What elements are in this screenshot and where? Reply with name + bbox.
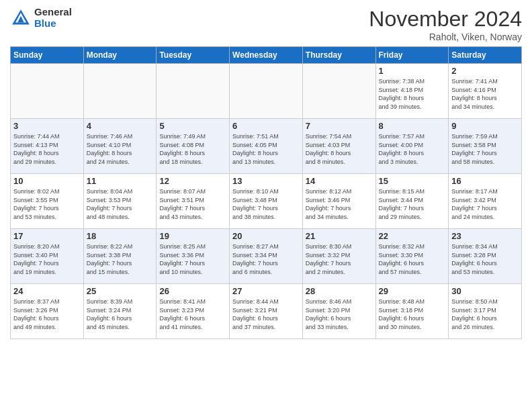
calendar-day-cell: 5Sunrise: 7:49 AM Sunset: 4:08 PM Daylig… bbox=[157, 119, 230, 174]
calendar-week-row: 17Sunrise: 8:20 AM Sunset: 3:40 PM Dayli… bbox=[11, 229, 522, 284]
day-number: 29 bbox=[379, 286, 446, 296]
day-info: Sunrise: 8:17 AM Sunset: 3:42 PM Dayligh… bbox=[451, 187, 519, 221]
calendar-day-cell: 11Sunrise: 8:04 AM Sunset: 3:53 PM Dayli… bbox=[83, 174, 157, 229]
day-info: Sunrise: 8:41 AM Sunset: 3:23 PM Dayligh… bbox=[159, 298, 226, 331]
calendar-day-cell: 29Sunrise: 8:48 AM Sunset: 3:18 PM Dayli… bbox=[375, 284, 449, 339]
day-info: Sunrise: 7:49 AM Sunset: 4:08 PM Dayligh… bbox=[159, 132, 226, 166]
calendar-day-cell: 1Sunrise: 7:38 AM Sunset: 4:18 PM Daylig… bbox=[375, 64, 449, 119]
calendar-day-cell: 3Sunrise: 7:44 AM Sunset: 4:13 PM Daylig… bbox=[11, 119, 84, 174]
day-info: Sunrise: 8:37 AM Sunset: 3:26 PM Dayligh… bbox=[13, 298, 81, 331]
day-number: 22 bbox=[379, 231, 446, 241]
day-info: Sunrise: 7:59 AM Sunset: 3:58 PM Dayligh… bbox=[451, 132, 519, 166]
day-number: 18 bbox=[87, 231, 154, 241]
calendar-day-cell: 23Sunrise: 8:34 AM Sunset: 3:28 PM Dayli… bbox=[449, 229, 522, 284]
calendar-day-cell: 9Sunrise: 7:59 AM Sunset: 3:58 PM Daylig… bbox=[449, 119, 522, 174]
day-number: 7 bbox=[306, 121, 373, 131]
day-number: 28 bbox=[306, 286, 373, 296]
calendar-day-cell: 14Sunrise: 8:12 AM Sunset: 3:46 PM Dayli… bbox=[302, 174, 375, 229]
day-number: 9 bbox=[451, 121, 519, 131]
calendar-day-cell bbox=[11, 64, 84, 119]
day-info: Sunrise: 8:22 AM Sunset: 3:38 PM Dayligh… bbox=[87, 242, 154, 276]
day-info: Sunrise: 8:39 AM Sunset: 3:24 PM Dayligh… bbox=[87, 298, 154, 331]
calendar-day-cell: 4Sunrise: 7:46 AM Sunset: 4:10 PM Daylig… bbox=[83, 119, 157, 174]
day-number: 23 bbox=[451, 231, 519, 241]
logo-general-text: General bbox=[34, 7, 72, 18]
page: General Blue November 2024 Raholt, Viken… bbox=[0, 0, 532, 411]
logo-icon bbox=[10, 7, 32, 29]
calendar-day-cell: 27Sunrise: 8:44 AM Sunset: 3:21 PM Dayli… bbox=[230, 284, 303, 339]
header-sunday: Sunday bbox=[11, 47, 84, 64]
day-info: Sunrise: 7:51 AM Sunset: 4:05 PM Dayligh… bbox=[232, 132, 300, 166]
day-info: Sunrise: 8:34 AM Sunset: 3:28 PM Dayligh… bbox=[451, 242, 519, 276]
day-number: 24 bbox=[13, 286, 81, 296]
day-info: Sunrise: 8:48 AM Sunset: 3:18 PM Dayligh… bbox=[379, 298, 446, 331]
day-info: Sunrise: 8:12 AM Sunset: 3:46 PM Dayligh… bbox=[306, 187, 373, 221]
header: General Blue November 2024 Raholt, Viken… bbox=[10, 7, 522, 42]
calendar-day-cell: 17Sunrise: 8:20 AM Sunset: 3:40 PM Dayli… bbox=[11, 229, 84, 284]
day-number: 16 bbox=[451, 176, 519, 186]
calendar-header-row: Sunday Monday Tuesday Wednesday Thursday… bbox=[11, 47, 522, 64]
header-saturday: Saturday bbox=[449, 47, 522, 64]
calendar-day-cell: 24Sunrise: 8:37 AM Sunset: 3:26 PM Dayli… bbox=[11, 284, 84, 339]
calendar-day-cell: 21Sunrise: 8:30 AM Sunset: 3:32 PM Dayli… bbox=[302, 229, 375, 284]
calendar-week-row: 1Sunrise: 7:38 AM Sunset: 4:18 PM Daylig… bbox=[11, 64, 522, 119]
day-info: Sunrise: 7:57 AM Sunset: 4:00 PM Dayligh… bbox=[379, 132, 446, 166]
day-info: Sunrise: 7:54 AM Sunset: 4:03 PM Dayligh… bbox=[306, 132, 373, 166]
day-number: 13 bbox=[232, 176, 300, 186]
calendar-day-cell: 18Sunrise: 8:22 AM Sunset: 3:38 PM Dayli… bbox=[83, 229, 157, 284]
header-thursday: Thursday bbox=[302, 47, 375, 64]
day-number: 6 bbox=[232, 121, 300, 131]
day-number: 10 bbox=[13, 176, 81, 186]
day-info: Sunrise: 7:44 AM Sunset: 4:13 PM Dayligh… bbox=[13, 132, 81, 166]
location: Raholt, Viken, Norway bbox=[369, 32, 522, 42]
calendar-week-row: 10Sunrise: 8:02 AM Sunset: 3:55 PM Dayli… bbox=[11, 174, 522, 229]
day-number: 2 bbox=[451, 66, 519, 76]
day-info: Sunrise: 8:30 AM Sunset: 3:32 PM Dayligh… bbox=[306, 242, 373, 276]
day-number: 8 bbox=[379, 121, 446, 131]
day-number: 30 bbox=[451, 286, 519, 296]
day-number: 17 bbox=[13, 231, 81, 241]
day-info: Sunrise: 8:50 AM Sunset: 3:17 PM Dayligh… bbox=[451, 298, 519, 331]
calendar-day-cell: 13Sunrise: 8:10 AM Sunset: 3:48 PM Dayli… bbox=[230, 174, 303, 229]
logo-text: General Blue bbox=[34, 7, 72, 29]
calendar-day-cell: 26Sunrise: 8:41 AM Sunset: 3:23 PM Dayli… bbox=[157, 284, 230, 339]
day-info: Sunrise: 7:46 AM Sunset: 4:10 PM Dayligh… bbox=[87, 132, 154, 166]
day-info: Sunrise: 7:41 AM Sunset: 4:16 PM Dayligh… bbox=[451, 77, 519, 111]
day-number: 5 bbox=[159, 121, 226, 131]
day-info: Sunrise: 8:02 AM Sunset: 3:55 PM Dayligh… bbox=[13, 187, 81, 221]
day-number: 3 bbox=[13, 121, 81, 131]
day-number: 25 bbox=[87, 286, 154, 296]
header-monday: Monday bbox=[83, 47, 157, 64]
calendar-day-cell bbox=[157, 64, 230, 119]
logo: General Blue bbox=[10, 7, 72, 29]
logo-blue-text: Blue bbox=[34, 18, 72, 30]
day-info: Sunrise: 7:38 AM Sunset: 4:18 PM Dayligh… bbox=[379, 77, 446, 111]
day-number: 27 bbox=[232, 286, 300, 296]
day-info: Sunrise: 8:46 AM Sunset: 3:20 PM Dayligh… bbox=[306, 298, 373, 331]
day-number: 1 bbox=[379, 66, 446, 76]
day-number: 21 bbox=[306, 231, 373, 241]
day-info: Sunrise: 8:44 AM Sunset: 3:21 PM Dayligh… bbox=[232, 298, 300, 331]
header-friday: Friday bbox=[375, 47, 449, 64]
calendar-day-cell: 12Sunrise: 8:07 AM Sunset: 3:51 PM Dayli… bbox=[157, 174, 230, 229]
day-number: 15 bbox=[379, 176, 446, 186]
month-title: November 2024 bbox=[369, 7, 522, 32]
day-info: Sunrise: 8:25 AM Sunset: 3:36 PM Dayligh… bbox=[159, 242, 226, 276]
calendar-day-cell: 20Sunrise: 8:27 AM Sunset: 3:34 PM Dayli… bbox=[230, 229, 303, 284]
calendar-day-cell bbox=[302, 64, 375, 119]
day-number: 14 bbox=[306, 176, 373, 186]
day-info: Sunrise: 8:27 AM Sunset: 3:34 PM Dayligh… bbox=[232, 242, 300, 276]
calendar-day-cell: 22Sunrise: 8:32 AM Sunset: 3:30 PM Dayli… bbox=[375, 229, 449, 284]
calendar-day-cell bbox=[83, 64, 157, 119]
day-info: Sunrise: 8:10 AM Sunset: 3:48 PM Dayligh… bbox=[232, 187, 300, 221]
calendar-day-cell: 19Sunrise: 8:25 AM Sunset: 3:36 PM Dayli… bbox=[157, 229, 230, 284]
calendar-day-cell: 15Sunrise: 8:15 AM Sunset: 3:44 PM Dayli… bbox=[375, 174, 449, 229]
calendar-day-cell: 30Sunrise: 8:50 AM Sunset: 3:17 PM Dayli… bbox=[449, 284, 522, 339]
calendar-week-row: 24Sunrise: 8:37 AM Sunset: 3:26 PM Dayli… bbox=[11, 284, 522, 339]
header-wednesday: Wednesday bbox=[230, 47, 303, 64]
day-info: Sunrise: 8:04 AM Sunset: 3:53 PM Dayligh… bbox=[87, 187, 154, 221]
calendar-week-row: 3Sunrise: 7:44 AM Sunset: 4:13 PM Daylig… bbox=[11, 119, 522, 174]
calendar-day-cell: 16Sunrise: 8:17 AM Sunset: 3:42 PM Dayli… bbox=[449, 174, 522, 229]
day-info: Sunrise: 8:20 AM Sunset: 3:40 PM Dayligh… bbox=[13, 242, 81, 276]
calendar-table: Sunday Monday Tuesday Wednesday Thursday… bbox=[10, 46, 522, 339]
